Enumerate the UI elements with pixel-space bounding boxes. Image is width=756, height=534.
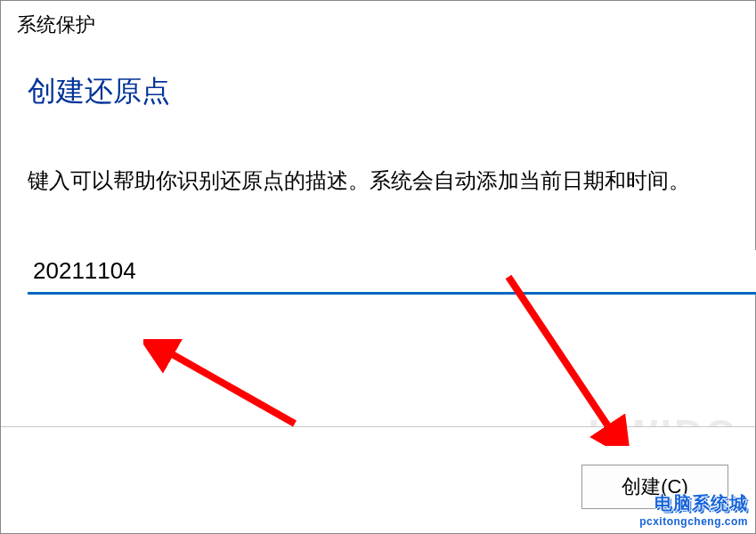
- system-protection-dialog: 系统保护 创建还原点 键入可以帮助你识别还原点的描述。系统会自动添加当前日期和时…: [0, 0, 756, 534]
- site-watermark: 电脑系统城 pcxitongcheng.com: [639, 491, 748, 528]
- dialog-description: 键入可以帮助你识别还原点的描述。系统会自动添加当前日期和时间。: [1, 120, 755, 214]
- annotation-arrow-icon: [143, 339, 304, 428]
- restore-point-name-input[interactable]: [28, 250, 756, 295]
- svg-line-1: [161, 348, 295, 424]
- window-title: 系统保护: [1, 1, 755, 45]
- dialog-heading: 创建还原点: [1, 45, 755, 120]
- watermark-en: pcxitongcheng.com: [639, 515, 748, 528]
- restore-point-input-wrap: [28, 250, 756, 295]
- watermark-cn: 电脑系统城: [639, 491, 748, 515]
